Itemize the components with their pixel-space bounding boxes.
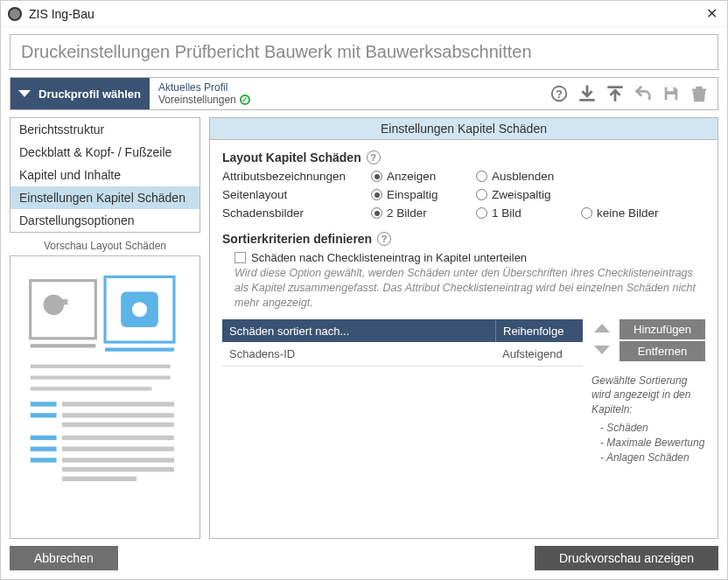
remove-sort-button[interactable]: Entfernen bbox=[620, 341, 705, 361]
layout-preview-icon bbox=[21, 267, 189, 528]
svg-rect-26 bbox=[62, 458, 174, 462]
svg-rect-19 bbox=[62, 413, 174, 417]
footer: Abbrechen Druckvorschau anzeigen bbox=[1, 539, 727, 579]
svg-rect-15 bbox=[31, 387, 152, 390]
profile-current-value: Voreinstellungen bbox=[158, 94, 236, 106]
nav-item-berichtsstruktur[interactable]: Berichtsstruktur bbox=[10, 118, 200, 141]
chevron-down-icon bbox=[14, 83, 35, 104]
nav-item-darstellungsoptionen[interactable]: Darstellungsoptionen bbox=[10, 209, 200, 232]
row-images-label: Schadensbilder bbox=[222, 206, 371, 220]
svg-rect-20 bbox=[62, 423, 174, 427]
cancel-button[interactable]: Abbrechen bbox=[10, 546, 118, 570]
nav-item-einstellungen-schaeden[interactable]: Einstellungen Kapitel Schäden bbox=[10, 186, 200, 209]
checkbox-subchapter-label: Schäden nach Checklisteneintrag in Kapit… bbox=[251, 251, 527, 264]
checkbox-icon bbox=[234, 252, 246, 263]
svg-rect-22 bbox=[62, 436, 174, 440]
svg-point-11 bbox=[132, 302, 147, 317]
page-title: Druckeinstellungen Prüfbericht Bauwerk m… bbox=[10, 34, 718, 70]
trash-icon[interactable] bbox=[690, 84, 709, 103]
svg-rect-4 bbox=[31, 281, 96, 339]
table-row[interactable]: Schadens-ID Aufsteigend bbox=[222, 342, 583, 367]
nav-item-deckblatt[interactable]: Deckblatt & Kopf- / Fußzeile bbox=[10, 141, 200, 164]
preview-box bbox=[10, 255, 200, 539]
svg-rect-21 bbox=[31, 436, 57, 440]
add-sort-button[interactable]: Hinzufügen bbox=[620, 319, 705, 339]
svg-rect-17 bbox=[62, 402, 174, 406]
profile-current-label: Aktuelles Profil bbox=[158, 81, 250, 94]
check-icon: ✓ bbox=[240, 94, 250, 105]
svg-rect-8 bbox=[31, 344, 96, 347]
help-icon[interactable]: ? bbox=[550, 84, 569, 103]
row-attr-label: Attributsbezeichnungen bbox=[222, 170, 371, 183]
upload-icon[interactable] bbox=[606, 84, 625, 103]
checkbox-subchapter-hint: Wird diese Option gewählt, werden Schäde… bbox=[234, 266, 705, 311]
svg-rect-3 bbox=[667, 94, 675, 100]
preview-label: Vorschau Layout Schäden bbox=[10, 240, 200, 252]
svg-rect-18 bbox=[31, 413, 57, 417]
sort-row-col2: Aufsteigend bbox=[495, 342, 583, 366]
radio-attr-anzeigen[interactable]: Anzeigen bbox=[371, 170, 476, 183]
app-icon bbox=[8, 7, 22, 21]
help-icon[interactable]: ? bbox=[367, 150, 381, 164]
radio-attr-ausblenden[interactable]: Ausblenden bbox=[476, 170, 581, 183]
window-title: ZIS Ing-Bau bbox=[29, 7, 703, 21]
radio-layout-einspaltig[interactable]: Einspaltig bbox=[371, 188, 476, 201]
svg-rect-13 bbox=[31, 365, 171, 368]
radio-images-1[interactable]: 1 Bild bbox=[476, 206, 581, 220]
radio-layout-zweispaltig[interactable]: Zweispaltig bbox=[476, 188, 581, 201]
section-layout-heading: Layout Kapitel Schäden bbox=[222, 150, 361, 164]
help-icon[interactable]: ? bbox=[377, 232, 391, 246]
svg-text:?: ? bbox=[556, 87, 563, 101]
move-down-button[interactable] bbox=[592, 342, 612, 360]
save-icon[interactable] bbox=[662, 84, 681, 103]
svg-rect-23 bbox=[31, 447, 57, 451]
svg-rect-27 bbox=[62, 467, 174, 472]
sort-note: Gewählte Sortierung wird angezeigt in de… bbox=[592, 374, 705, 465]
svg-rect-12 bbox=[105, 347, 174, 351]
svg-rect-25 bbox=[31, 458, 57, 462]
profile-info: Aktuelles Profil Voreinstellungen ✓ bbox=[150, 78, 259, 109]
radio-images-none[interactable]: keine Bilder bbox=[581, 206, 704, 220]
section-sort-heading: Sortierkriterien definieren bbox=[222, 232, 372, 246]
profile-picker-button[interactable]: Druckprofil wählen bbox=[10, 78, 150, 109]
row-layout-label: Seitenlayout bbox=[222, 188, 371, 201]
move-up-button[interactable] bbox=[592, 320, 612, 339]
undo-icon[interactable] bbox=[634, 84, 653, 103]
svg-rect-16 bbox=[31, 402, 57, 406]
close-icon[interactable]: ✕ bbox=[703, 5, 720, 22]
sort-table-header: Schäden sortiert nach... Reihenfolge bbox=[222, 320, 583, 342]
radio-images-2[interactable]: 2 Bilder bbox=[371, 206, 476, 220]
sort-table: Schäden sortiert nach... Reihenfolge Sch… bbox=[222, 319, 583, 465]
sort-header-col1: Schäden sortiert nach... bbox=[222, 320, 495, 342]
sort-header-col2: Reihenfolge bbox=[495, 320, 583, 342]
svg-rect-28 bbox=[62, 477, 136, 481]
svg-rect-14 bbox=[31, 375, 171, 379]
checkbox-subchapter[interactable]: Schäden nach Checklisteneintrag in Kapit… bbox=[234, 251, 705, 264]
title-bar: ZIS Ing-Bau ✕ bbox=[1, 1, 727, 27]
svg-rect-2 bbox=[667, 87, 673, 92]
print-preview-button[interactable]: Druckvorschau anzeigen bbox=[535, 546, 718, 570]
sort-row-col1: Schadens-ID bbox=[222, 342, 495, 366]
nav-item-kapitel-inhalte[interactable]: Kapitel und Inhalte bbox=[10, 164, 200, 186]
nav-list: Berichtsstruktur Deckblatt & Kopf- / Fuß… bbox=[10, 117, 200, 233]
panel-title: Einstellungen Kapitel Schäden bbox=[210, 118, 718, 140]
profile-toolbar: Druckprofil wählen Aktuelles Profil Vore… bbox=[10, 77, 718, 110]
svg-rect-6 bbox=[60, 299, 68, 304]
svg-rect-24 bbox=[62, 447, 174, 451]
window: ZIS Ing-Bau ✕ Druckeinstellungen Prüfber… bbox=[0, 0, 728, 580]
profile-picker-label: Druckprofil wählen bbox=[38, 87, 141, 101]
download-icon[interactable] bbox=[578, 84, 597, 103]
